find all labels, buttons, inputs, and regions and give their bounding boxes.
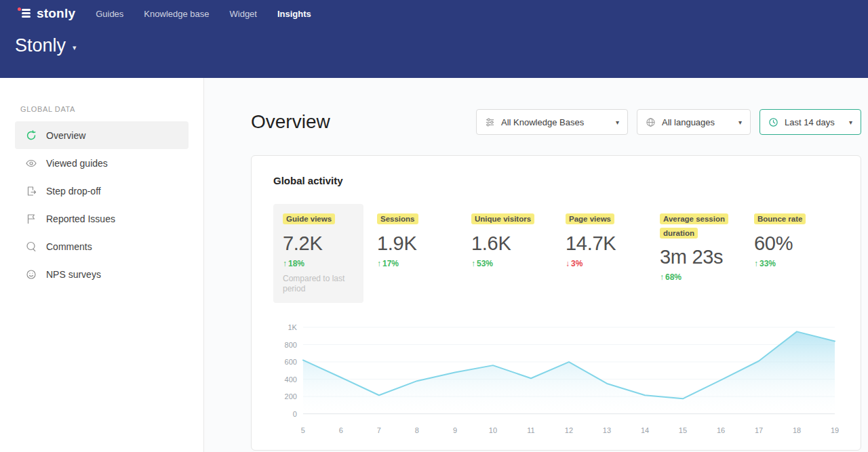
sidebar-item-label: Reported Issues xyxy=(46,213,115,224)
metrics-row: Guide views 7.2K ↑18% Compared to last p… xyxy=(273,204,839,303)
eye-icon xyxy=(26,158,37,169)
stonly-logo-icon xyxy=(19,7,33,20)
x-axis-label: 19 xyxy=(831,426,839,434)
arrow-up-icon: ↑ xyxy=(754,259,758,268)
metric-value: 1.6K xyxy=(471,233,542,255)
x-axis-label: 9 xyxy=(453,426,457,434)
x-axis-label: 5 xyxy=(301,426,305,434)
chevron-down-icon: ▾ xyxy=(849,119,852,126)
sidebar-item-label: Step drop-off xyxy=(46,186,101,197)
global-activity-chart: 02004006008001K5678910111213141516171819 xyxy=(273,319,839,438)
arrow-up-icon: ↑ xyxy=(660,272,664,282)
filter-knowledge-bases-label: All Knowledge Bases xyxy=(501,117,584,127)
filter-date-range[interactable]: Last 14 days ▾ xyxy=(760,109,861,135)
arrow-down-icon: ↓ xyxy=(566,259,570,268)
sidebar-item-nps-surveys[interactable]: NPS surveys xyxy=(15,260,189,288)
nav-item-insights[interactable]: Insights xyxy=(277,9,311,19)
metric-delta: ↑18% xyxy=(283,259,354,268)
nav-items: Guides Knowledge base Widget Insights xyxy=(96,9,311,19)
y-axis-label: 1K xyxy=(288,323,297,331)
sidebar: GLOBAL DATA Overview Viewed guides Step … xyxy=(0,78,204,452)
flag-icon xyxy=(26,213,37,224)
main-nav: stonly Guides Knowledge base Widget Insi… xyxy=(0,0,868,27)
sidebar-item-reported-issues[interactable]: Reported Issues xyxy=(15,205,189,232)
y-axis-label: 0 xyxy=(293,409,297,417)
filter-date-range-label: Last 14 days xyxy=(785,117,835,127)
y-axis-label: 600 xyxy=(285,358,297,366)
sidebar-item-comments[interactable]: Comments xyxy=(15,232,189,260)
metric-value: 1.9K xyxy=(377,233,448,255)
metric-note: Compared to last period xyxy=(283,274,354,295)
metric-value: 7.2K xyxy=(283,233,354,255)
x-axis-label: 6 xyxy=(339,426,343,434)
x-axis-label: 8 xyxy=(415,426,419,434)
workspace-selector[interactable]: Stonly ▾ xyxy=(0,27,868,56)
arrow-up-icon: ↑ xyxy=(377,259,381,268)
metric-value: 60% xyxy=(754,233,825,255)
metric-delta: ↑53% xyxy=(471,259,542,268)
workspace-name[interactable]: Stonly xyxy=(15,35,66,56)
sidebar-item-overview[interactable]: Overview xyxy=(15,121,189,149)
x-axis-label: 10 xyxy=(489,426,497,434)
stonly-logo[interactable]: stonly xyxy=(19,6,75,21)
x-axis-label: 13 xyxy=(603,426,611,434)
main-panel: Overview All Knowledge Bases ▾ All langu… xyxy=(204,78,868,452)
x-axis-label: 15 xyxy=(679,426,687,434)
filter-knowledge-bases[interactable]: All Knowledge Bases ▾ xyxy=(476,109,628,135)
metric-delta: ↑68% xyxy=(660,272,731,282)
x-axis-label: 14 xyxy=(641,426,649,434)
metric-average-session-duration[interactable]: Average session duration 3m 23s ↑68% xyxy=(650,204,741,290)
metric-label: Guide views xyxy=(283,213,335,224)
sidebar-item-label: Comments xyxy=(46,241,92,252)
y-axis-label: 400 xyxy=(285,375,297,383)
metric-value: 3m 23s xyxy=(660,247,731,268)
nav-item-guides[interactable]: Guides xyxy=(96,9,123,19)
comments-icon xyxy=(26,241,37,252)
x-axis-label: 7 xyxy=(377,426,381,434)
chevron-down-icon: ▾ xyxy=(738,119,742,126)
card-title: Global activity xyxy=(273,175,839,186)
metric-label: Unique visitors xyxy=(471,213,534,224)
smiley-icon xyxy=(26,269,37,280)
metric-delta: ↓3% xyxy=(566,259,637,268)
globe-icon xyxy=(646,117,656,127)
stonly-logo-text: stonly xyxy=(37,6,75,21)
metric-unique-visitors[interactable]: Unique visitors 1.6K ↑53% xyxy=(462,204,552,276)
metric-page-views[interactable]: Page views 14.7K ↓3% xyxy=(556,204,646,276)
metric-label: Bounce rate xyxy=(754,213,806,224)
sidebar-item-label: NPS surveys xyxy=(46,269,101,280)
arrow-up-icon: ↑ xyxy=(283,259,287,268)
global-activity-card: Global activity Guide views 7.2K ↑18% Co… xyxy=(251,155,861,451)
overview-icon xyxy=(26,130,37,141)
filters: All Knowledge Bases ▾ All languages ▾ La… xyxy=(476,109,861,135)
metric-guide-views[interactable]: Guide views 7.2K ↑18% Compared to last p… xyxy=(273,204,363,303)
metric-label: Average session duration xyxy=(660,213,728,239)
y-axis-label: 800 xyxy=(285,340,297,348)
sidebar-item-viewed-guides[interactable]: Viewed guides xyxy=(15,149,189,177)
sidebar-item-label: Overview xyxy=(46,130,85,141)
x-axis-label: 12 xyxy=(565,426,573,434)
sidebar-item-step-drop-off[interactable]: Step drop-off xyxy=(15,177,189,205)
sidebar-section-label: GLOBAL DATA xyxy=(0,105,203,113)
filter-languages-label: All languages xyxy=(662,117,715,127)
nav-item-widget[interactable]: Widget xyxy=(230,9,257,19)
step-drop-off-icon xyxy=(26,186,37,197)
metric-sessions[interactable]: Sessions 1.9K ↑17% xyxy=(368,204,458,276)
x-axis-label: 11 xyxy=(527,426,534,434)
metric-bounce-rate[interactable]: Bounce rate 60% ↑33% xyxy=(745,204,835,276)
workspace-caret-icon[interactable]: ▾ xyxy=(73,43,77,52)
clock-icon xyxy=(768,117,778,127)
main-header: Overview All Knowledge Bases ▾ All langu… xyxy=(251,109,861,135)
top-header: stonly Guides Knowledge base Widget Insi… xyxy=(0,0,868,78)
nav-item-knowledge-base[interactable]: Knowledge base xyxy=(144,9,209,19)
x-axis-label: 18 xyxy=(793,426,801,434)
filter-languages[interactable]: All languages ▾ xyxy=(637,109,751,135)
x-axis-label: 16 xyxy=(717,426,725,434)
x-axis-label: 17 xyxy=(755,426,763,434)
metric-value: 14.7K xyxy=(566,233,637,255)
arrow-up-icon: ↑ xyxy=(471,259,475,268)
content-area: GLOBAL DATA Overview Viewed guides Step … xyxy=(0,78,868,452)
metric-label: Page views xyxy=(566,213,614,224)
chart-wrap: 02004006008001K5678910111213141516171819 xyxy=(273,319,839,438)
y-axis-label: 200 xyxy=(285,392,297,400)
